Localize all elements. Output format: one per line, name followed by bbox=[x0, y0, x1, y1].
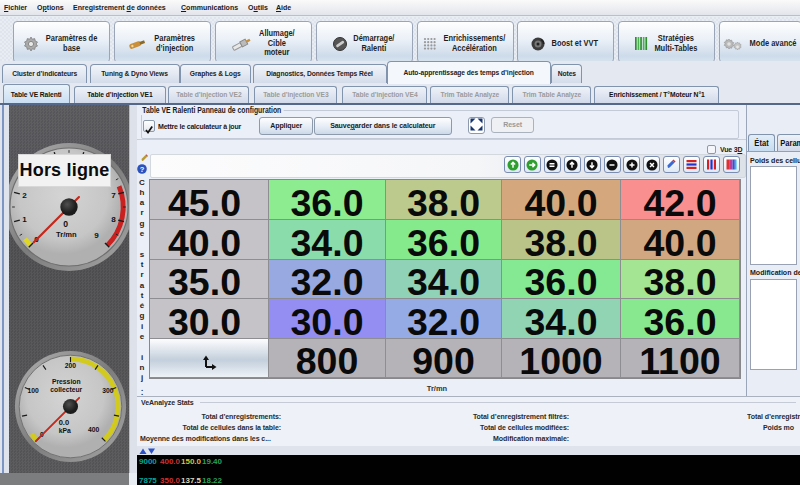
svg-text:Tr/mn: Tr/mn bbox=[56, 230, 77, 239]
svg-text:400: 400 bbox=[88, 426, 100, 433]
svg-text:100: 100 bbox=[27, 387, 39, 394]
svg-text:0.0: 0.0 bbox=[59, 418, 69, 427]
svg-text:collecteur: collecteur bbox=[50, 386, 82, 393]
svg-text:Pression: Pression bbox=[52, 378, 81, 385]
svg-text:7: 7 bbox=[111, 191, 116, 200]
svg-text:8: 8 bbox=[111, 215, 116, 224]
svg-text:kPa: kPa bbox=[59, 427, 71, 434]
svg-text:2: 2 bbox=[22, 191, 27, 200]
svg-text:9: 9 bbox=[94, 231, 99, 240]
svg-text:300: 300 bbox=[102, 387, 114, 394]
svg-text:200: 200 bbox=[65, 362, 77, 369]
svg-text:1: 1 bbox=[22, 215, 27, 224]
svg-text:0: 0 bbox=[63, 219, 68, 229]
svg-text:?: ? bbox=[140, 165, 145, 174]
